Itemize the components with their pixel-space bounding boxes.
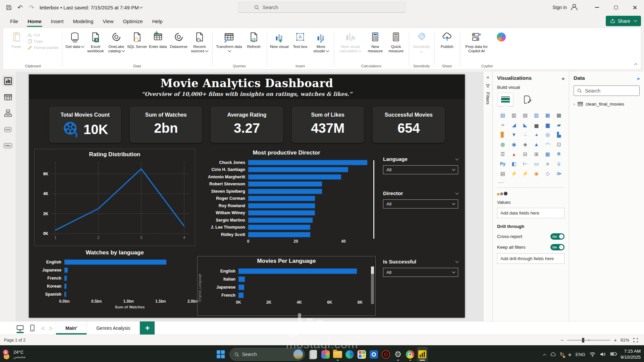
onelake-catalog-button[interactable]: OneLake catalog [106,29,127,53]
page-tab-main-[interactable]: Main' [56,321,87,335]
zoom-slider[interactable] [567,340,610,341]
next-page-arrow[interactable]: ▷ [47,321,56,335]
photos-icon[interactable] [320,347,331,362]
close-button[interactable] [625,0,644,15]
key-influencers-icon[interactable]: ◧ [508,160,520,167]
power-automate-icon[interactable]: ≫ [553,170,565,177]
treemap-icon[interactable]: ▙ [553,131,565,138]
get-data-button[interactable]: Get data [64,29,85,49]
power-apps-visual-icon[interactable]: ◇ [542,170,553,177]
redo-icon[interactable]: ↷ [28,4,35,11]
share-button[interactable]: Share [606,16,641,26]
kpi-card-1[interactable]: Total Movies Count10K [49,107,121,143]
slicer-language[interactable]: LanguageAll [383,156,458,174]
store-icon[interactable] [357,347,367,362]
outlook-icon[interactable] [369,347,379,362]
data-bar[interactable] [248,225,310,230]
kpi-icon[interactable]: ▴ [508,150,520,158]
menu-tab-modeling[interactable]: Modeling [68,16,98,26]
map-icon[interactable]: ◍ [497,141,508,148]
data-bar[interactable] [238,277,245,282]
taskbar-search-input[interactable]: Search [229,348,305,361]
data-bar[interactable] [248,210,315,216]
slicer-director[interactable]: DirectorAll [383,190,458,208]
report-view-button[interactable] [2,76,14,86]
line-and-clustered-column-chart-icon[interactable]: ▆ [542,121,553,128]
table-item-clean-final-movies[interactable]: › clean_final_movies [574,102,640,107]
copilot-button[interactable] [491,29,512,43]
zoom-out-button[interactable]: − [560,337,564,343]
menu-tab-optimize[interactable]: Optimize [118,16,148,26]
menu-tab-view[interactable]: View [98,16,118,26]
r-script-visual-icon[interactable]: R [553,150,565,158]
maximize-button[interactable] [606,0,625,15]
data-bar[interactable] [64,276,67,281]
fit-to-page-button[interactable] [633,338,638,342]
scrollbar[interactable] [373,160,374,239]
most-productive-director-visual[interactable]: Most productive Director Chuck JonesCiri… [197,149,376,254]
prep-data-copilot-button[interactable]: Prep data for Copilot AI [462,29,491,53]
paste-button[interactable]: Paste [6,29,27,49]
settings-icon[interactable]: ⚙ [393,347,404,362]
collapse-data-pane-icon[interactable]: » [637,75,640,81]
multi-row-card-icon[interactable]: ☰ [497,150,508,158]
data-bar[interactable] [64,268,68,273]
card-icon[interactable]: ⊡ [553,141,565,148]
slicer-is-successful[interactable]: Is SuccessfulAll [383,259,458,277]
stacked-column-chart-icon[interactable]: ▥ [508,112,520,119]
kpi-card-2[interactable]: Sum of Watches2bn [130,107,202,143]
build-visual-tab[interactable] [498,93,513,106]
data-bar[interactable] [248,167,348,172]
new-measure-button[interactable]: New measure [365,29,386,53]
dataverse-button[interactable]: Dataverse [168,29,189,49]
start-button[interactable] [217,350,225,358]
new-visual-calculation-button[interactable]: New visual calculation [336,29,365,53]
dax-query-view-button[interactable]: DAX [2,124,14,135]
zoom-in-button[interactable]: + [614,337,617,343]
collapse-visualizations-icon[interactable]: » [562,75,565,81]
new-visual-button[interactable]: New visual [269,29,290,49]
slicer-dropdown[interactable]: All [383,268,458,277]
arcgis-map-icon[interactable]: ◉ [531,170,542,177]
smart-narrative-icon[interactable]: ≡ [542,160,553,167]
funnel-chart-icon[interactable]: ▼ [508,131,520,138]
stacked-bar-chart-icon[interactable]: ▤ [497,112,508,119]
slicer-dropdown[interactable]: All [383,165,458,174]
publish-button[interactable]: Publish [437,29,458,49]
q-and-a-icon[interactable]: ▭ [531,160,542,167]
format-painter-button[interactable]: Format painter [28,45,59,50]
sync-icon[interactable]: ↻ [560,351,564,357]
sql-server-button[interactable]: SQL Server [127,29,148,49]
data-bar[interactable] [248,232,310,237]
filled-map-icon[interactable]: ◉ [508,141,520,148]
more-visuals-button[interactable]: More visuals [311,29,331,53]
expand-filters-icon[interactable]: « [487,74,489,80]
waterfall-chart-icon[interactable]: ▊ [497,131,508,138]
100-stacked-column-chart-icon[interactable]: ▩ [553,112,565,119]
python-visual-icon[interactable]: Py [497,160,508,167]
copy-button[interactable]: Copy [28,39,43,44]
100-stacked-bar-chart-icon[interactable]: ▦ [542,112,553,119]
enter-data-button[interactable]: Enter data [148,29,168,49]
previous-page-arrow[interactable]: ◁ [38,321,47,335]
data-bar[interactable] [248,189,322,194]
stacked-area-chart-icon[interactable]: ◣ [520,121,531,128]
chrome-icon[interactable] [405,347,416,362]
cut-button[interactable]: Cut [28,33,40,37]
decomposition-tree-icon[interactable]: ⊢ [520,160,531,167]
mobile-layout-button[interactable] [26,321,38,335]
undo-icon[interactable]: ↶ [17,4,23,11]
page-tab-genres-analysis[interactable]: Genres Analysis [87,321,140,335]
kpi-card-3[interactable]: Average Rating3.27 [211,107,283,143]
input-language[interactable]: ENG [576,352,585,357]
slicer-icon[interactable]: ⊟ [520,150,531,158]
chevron-down-icon[interactable] [455,157,459,160]
shape-map-icon[interactable]: ◈ [520,141,531,148]
model-view-button[interactable] [2,108,14,119]
wifi-icon[interactable] [589,352,596,357]
new-page-button[interactable]: + [140,321,155,335]
data-bar[interactable] [248,203,315,208]
pen-app-icon[interactable]: ◆ [568,352,572,357]
onedrive-icon[interactable] [550,352,556,357]
data-bar[interactable] [248,218,313,223]
